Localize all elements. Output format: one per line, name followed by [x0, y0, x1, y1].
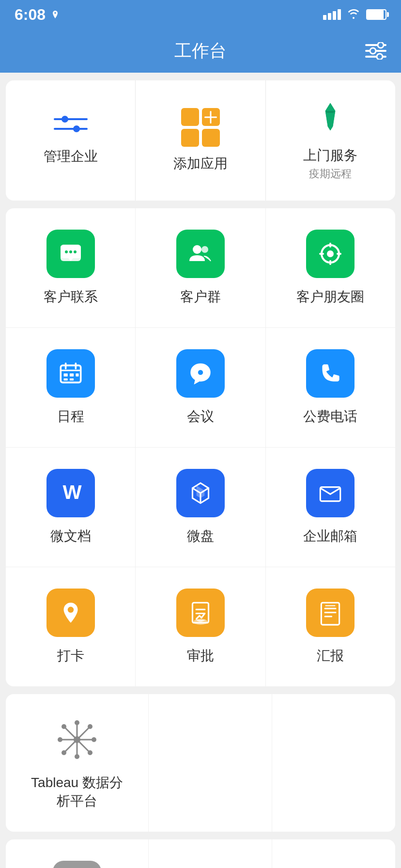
svg-point-51: [88, 750, 93, 755]
app-item-approval[interactable]: 审批: [136, 567, 265, 686]
svg-point-3: [378, 42, 384, 48]
svg-point-10: [74, 250, 77, 253]
status-bar: 6:08: [0, 0, 401, 29]
tableau-label: Tableau 数据分 析平台: [31, 774, 123, 810]
svg-point-14: [327, 250, 334, 257]
weidisk-icon: [176, 469, 225, 517]
app-item-checkin[interactable]: 打卡: [6, 567, 136, 686]
app-row-schedule: 日程 会议: [6, 328, 395, 448]
grid-app-icon: [53, 861, 101, 868]
add-app-item[interactable]: 添加应用: [136, 80, 265, 201]
app-item-report[interactable]: 汇报: [266, 567, 395, 686]
bottom-partial-card: [6, 839, 395, 868]
svg-point-5: [377, 54, 383, 60]
svg-rect-25: [76, 373, 78, 376]
customer-group-label: 客户群: [180, 288, 221, 306]
svg-point-12: [201, 246, 208, 253]
svg-point-54: [74, 736, 80, 743]
svg-point-47: [75, 754, 79, 759]
header: 工作台: [0, 29, 401, 73]
svg-point-8: [65, 250, 68, 253]
svg-point-11: [193, 245, 201, 254]
signal-icon: [323, 9, 341, 20]
tableau-row: Tableau 数据分 析平台: [6, 694, 395, 832]
svg-rect-26: [63, 378, 67, 380]
app-item-customer-group[interactable]: 客户群: [136, 208, 265, 327]
svg-point-46: [75, 720, 79, 725]
app-row-customer: 客户联系 客户群: [6, 208, 395, 328]
wifi-icon: [347, 7, 360, 22]
app-item-weidisk[interactable]: 微盘: [136, 448, 265, 567]
svg-point-28: [198, 370, 203, 375]
tableau-icon: [53, 715, 101, 764]
status-time: 6:08: [15, 6, 46, 24]
svg-point-9: [69, 250, 72, 253]
home-service-item[interactable]: 上门服务 疫期远程: [266, 80, 395, 201]
manage-enterprise-item[interactable]: 管理企业: [6, 80, 136, 201]
battery-icon: [366, 9, 386, 20]
manage-enterprise-label: 管理企业: [44, 147, 98, 166]
app-item-grid[interactable]: [6, 839, 149, 868]
app-row-work: 打卡 审批: [6, 567, 395, 686]
add-app-label: 添加应用: [173, 155, 228, 173]
svg-point-52: [88, 724, 93, 729]
home-service-sublabel: 疫期远程: [309, 167, 352, 181]
app-item-weidoc[interactable]: W 微文档: [6, 448, 136, 567]
settings-button[interactable]: [365, 42, 386, 60]
bottom-app-row: [6, 839, 395, 868]
empty-bottom-2: [272, 839, 395, 868]
app-item-schedule[interactable]: 日程: [6, 328, 136, 447]
svg-rect-39: [324, 612, 337, 613]
meeting-icon: [176, 349, 225, 398]
app-item-customer-contact[interactable]: 客户联系: [6, 208, 136, 327]
customer-moments-icon: [306, 230, 355, 278]
svg-rect-24: [70, 373, 74, 376]
app-item-customer-moments[interactable]: 客户朋友圈: [266, 208, 395, 327]
empty-bottom-1: [149, 839, 272, 868]
weidoc-label: 微文档: [50, 527, 91, 545]
svg-rect-27: [70, 378, 74, 380]
report-label: 汇报: [317, 647, 344, 665]
schedule-label: 日程: [57, 407, 84, 426]
app-item-phone[interactable]: 公费电话: [266, 328, 395, 447]
phone-icon: [306, 349, 355, 398]
customer-contact-label: 客户联系: [44, 288, 98, 306]
meeting-label: 会议: [187, 407, 214, 426]
svg-point-32: [67, 607, 73, 613]
phone-label: 公费电话: [303, 407, 357, 426]
approval-icon: [176, 589, 225, 637]
toolbar-row: 管理企业 添加应用: [6, 80, 395, 201]
app-grid-card: 客户联系 客户群: [6, 208, 395, 686]
tableau-item[interactable]: Tableau 数据分 析平台: [6, 694, 149, 832]
report-icon: [306, 589, 355, 637]
app-row-docs: W 微文档 微盘: [6, 448, 395, 567]
empty-cell-2: [272, 694, 395, 832]
page-title: 工作台: [174, 39, 227, 63]
checkin-label: 打卡: [57, 647, 84, 665]
svg-point-4: [370, 48, 376, 54]
main-content: 管理企业 添加应用: [0, 73, 401, 868]
weidisk-label: 微盘: [187, 527, 214, 545]
schedule-icon: [46, 349, 95, 398]
approval-label: 审批: [187, 647, 214, 665]
tableau-card: Tableau 数据分 析平台: [6, 694, 395, 832]
app-item-meeting[interactable]: 会议: [136, 328, 265, 447]
svg-rect-38: [324, 608, 337, 609]
settings-icon: [365, 42, 386, 60]
svg-rect-40: [324, 616, 333, 617]
add-app-icon: [181, 108, 220, 147]
app-item-email[interactable]: 企业邮箱: [266, 448, 395, 567]
empty-cell-1: [149, 694, 272, 832]
email-icon: [306, 469, 355, 517]
svg-rect-23: [63, 373, 67, 376]
svg-point-48: [58, 737, 62, 742]
svg-point-53: [62, 750, 66, 755]
location-icon: [50, 10, 60, 19]
svg-text:W: W: [62, 481, 82, 503]
home-service-label: 上门服务: [303, 146, 357, 165]
customer-moments-label: 客户朋友圈: [296, 288, 364, 306]
app-grid: 客户联系 客户群: [6, 208, 395, 686]
customer-group-icon: [176, 230, 225, 278]
sliders-icon: [54, 115, 88, 140]
svg-point-49: [92, 737, 96, 742]
